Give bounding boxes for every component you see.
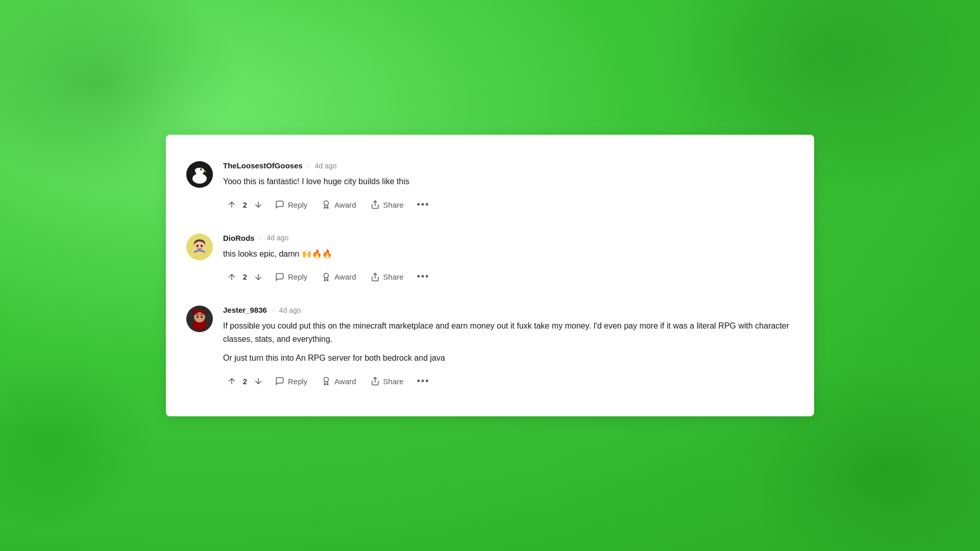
comment-timestamp: 4d ago <box>267 234 289 242</box>
dot-separator: · <box>308 162 310 170</box>
comment-body: TheLoosestOfGooses·4d agoYooo this is fa… <box>223 161 794 213</box>
award-label: Award <box>334 272 356 281</box>
comment-header: TheLoosestOfGooses·4d ago <box>223 161 794 170</box>
user-avatar <box>186 161 213 188</box>
comment-body: Jester_9836·4d agoIf possible you could … <box>223 306 794 390</box>
comment-action-bar: 2ReplyAwardShare••• <box>223 373 794 390</box>
comments-container: TheLoosestOfGooses·4d agoYooo this is fa… <box>166 135 814 416</box>
award-button[interactable]: Award <box>315 269 362 285</box>
award-label: Award <box>334 201 356 209</box>
share-label: Share <box>383 272 404 281</box>
award-button[interactable]: Award <box>315 373 362 389</box>
downvote-button[interactable] <box>250 197 267 212</box>
share-button[interactable]: Share <box>364 373 410 389</box>
reply-label: Reply <box>288 272 307 281</box>
comment-text: this looks epic, damn 🙌🔥🔥 <box>223 247 794 261</box>
vote-count: 2 <box>242 272 248 281</box>
comment-action-bar: 2ReplyAwardShare••• <box>223 196 794 213</box>
comment-username[interactable]: DioRods <box>223 234 255 242</box>
vote-count: 2 <box>242 377 248 386</box>
comment-header: Jester_9836·4d ago <box>223 306 794 314</box>
comment-paragraph: this looks epic, damn 🙌🔥🔥 <box>223 247 794 261</box>
upvote-button[interactable] <box>223 373 240 389</box>
svg-point-9 <box>197 244 199 247</box>
comment-username[interactable]: Jester_9836 <box>223 306 267 314</box>
reply-label: Reply <box>288 377 307 386</box>
more-button[interactable]: ••• <box>412 373 435 390</box>
downvote-button[interactable] <box>250 269 267 285</box>
svg-point-16 <box>197 316 199 318</box>
more-button[interactable]: ••• <box>412 196 435 213</box>
reply-label: Reply <box>288 201 307 209</box>
comment-action-bar: 2ReplyAwardShare••• <box>223 268 794 285</box>
user-avatar <box>186 306 213 332</box>
comment-text: Yooo this is fantastic! I love huge city… <box>223 175 794 188</box>
reply-button[interactable]: Reply <box>269 197 313 212</box>
award-button[interactable]: Award <box>315 197 362 212</box>
reply-button[interactable]: Reply <box>269 269 313 285</box>
svg-point-4 <box>201 169 202 169</box>
share-label: Share <box>383 201 404 209</box>
comment-header: DioRods·4d ago <box>223 234 794 242</box>
svg-point-10 <box>201 244 203 247</box>
comment-item: TheLoosestOfGooses·4d agoYooo this is fa… <box>186 151 794 223</box>
comment-item: Jester_9836·4d agoIf possible you could … <box>186 295 794 400</box>
share-button[interactable]: Share <box>364 269 410 285</box>
comment-paragraph: Yooo this is fantastic! I love huge city… <box>223 175 794 188</box>
comment-username[interactable]: TheLoosestOfGooses <box>223 161 303 170</box>
vote-count: 2 <box>242 201 248 209</box>
comment-paragraph: If possible you could put this on the mi… <box>223 319 794 345</box>
comment-body: DioRods·4d agothis looks epic, damn 🙌🔥🔥2… <box>223 234 794 286</box>
svg-point-3 <box>200 168 202 170</box>
upvote-button[interactable] <box>223 197 240 212</box>
share-button[interactable]: Share <box>364 197 410 212</box>
comment-paragraph: Or just turn this into An RPG server for… <box>223 352 794 365</box>
svg-point-17 <box>201 316 203 318</box>
reply-button[interactable]: Reply <box>269 373 313 389</box>
dot-separator: · <box>260 234 262 242</box>
comment-timestamp: 4d ago <box>315 162 337 170</box>
downvote-button[interactable] <box>250 373 267 389</box>
comment-timestamp: 4d ago <box>279 306 301 314</box>
upvote-button[interactable] <box>223 269 240 285</box>
dot-separator: · <box>272 306 274 314</box>
more-button[interactable]: ••• <box>412 268 435 285</box>
user-avatar <box>186 234 213 260</box>
share-label: Share <box>383 377 404 386</box>
comment-item: DioRods·4d agothis looks epic, damn 🙌🔥🔥2… <box>186 223 794 296</box>
comment-text: If possible you could put this on the mi… <box>223 319 794 365</box>
award-label: Award <box>334 377 356 386</box>
